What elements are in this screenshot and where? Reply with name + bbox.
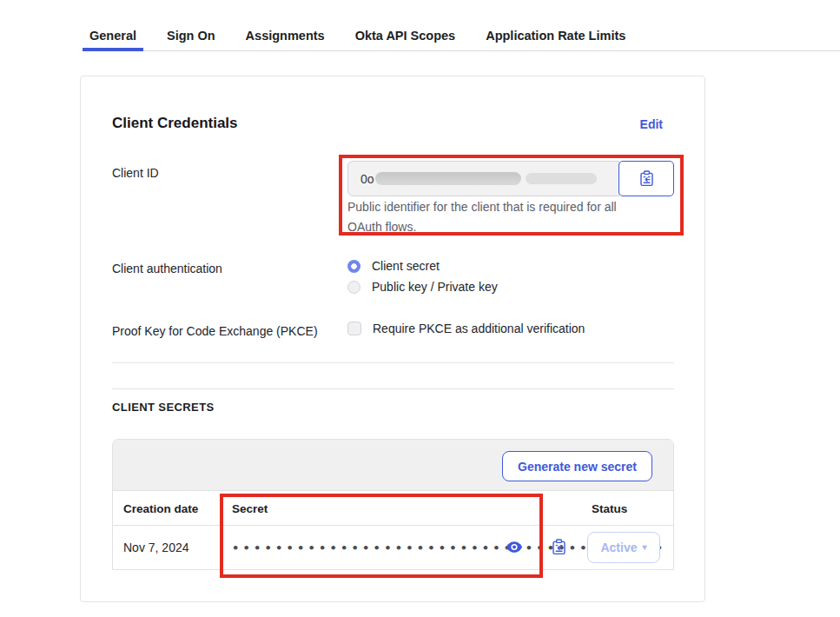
- status-dropdown-button[interactable]: Active ▾: [587, 532, 660, 563]
- clipboard-copy-icon: [639, 170, 654, 187]
- client-id-label: Client ID: [112, 166, 159, 180]
- caret-down-icon: ▾: [643, 543, 647, 552]
- tab-okta-api-scopes[interactable]: Okta API Scopes: [348, 23, 463, 51]
- creation-date-cell: Nov 7, 2024: [123, 526, 189, 569]
- status-badge: Active: [600, 541, 637, 554]
- client-id-value-field: 0o: [347, 161, 619, 196]
- radio-selected-icon[interactable]: [347, 260, 360, 273]
- edit-link[interactable]: Edit: [640, 117, 663, 131]
- generate-new-secret-button[interactable]: Generate new secret: [502, 451, 652, 481]
- client-secrets-heading: CLIENT SECRETS: [112, 401, 215, 414]
- client-id-value-prefix: 0o: [360, 172, 374, 186]
- copy-secret-button[interactable]: [552, 539, 569, 556]
- column-header-creation-date: Creation date: [123, 491, 198, 526]
- radio-unselected-icon[interactable]: [347, 281, 360, 294]
- pkce-checkbox[interactable]: [347, 322, 361, 335]
- divider: [112, 362, 674, 363]
- client-authentication-options: Client secret Public key / Private key: [347, 259, 498, 294]
- radio-public-private-key-label: Public key / Private key: [372, 280, 498, 294]
- redaction-smudge-light: [526, 173, 597, 184]
- column-header-status: Status: [592, 491, 627, 526]
- pkce-checkbox-label: Require PKCE as additional verification: [373, 322, 585, 335]
- copy-client-id-button[interactable]: [618, 161, 674, 196]
- client-authentication-label: Client authentication: [112, 262, 222, 275]
- radio-client-secret-label: Client secret: [372, 259, 440, 273]
- pkce-label: Proof Key for Code Exchange (PKCE): [112, 324, 318, 338]
- radio-client-secret[interactable]: Client secret: [347, 259, 498, 273]
- card-title: Client Credentials: [112, 115, 238, 132]
- eye-icon: [506, 541, 523, 554]
- client-secrets-table: Generate new secret Creation date Secret…: [112, 439, 674, 570]
- redaction-smudge: [375, 172, 521, 185]
- client-credentials-card: Client Credentials Edit Client ID 0o: [80, 76, 705, 602]
- pkce-checkbox-row[interactable]: Require PKCE as additional verification: [347, 322, 585, 335]
- column-header-secret: Secret: [232, 491, 268, 526]
- table-toolbar: Generate new secret: [113, 440, 673, 491]
- table-header-row: Creation date Secret Status: [113, 491, 673, 526]
- tab-sign-on[interactable]: Sign On: [160, 23, 222, 51]
- tab-bar: General Sign On Assignments Okta API Sco…: [83, 23, 840, 51]
- client-id-field-group: 0o: [347, 161, 674, 196]
- client-id-help-text: Public identifier for the client that is…: [347, 197, 650, 237]
- table-row: Nov 7, 2024 ••••••••••••••••••••••••••••…: [113, 526, 673, 569]
- divider: [112, 388, 674, 389]
- clipboard-copy-icon: [552, 539, 569, 555]
- page: General Sign On Assignments Okta API Sco…: [0, 0, 840, 617]
- tab-application-rate-limits[interactable]: Application Rate Limits: [479, 23, 632, 51]
- radio-public-private-key[interactable]: Public key / Private key: [347, 280, 498, 294]
- reveal-secret-button[interactable]: [506, 541, 523, 554]
- tab-general[interactable]: General: [83, 23, 143, 51]
- tab-assignments[interactable]: Assignments: [239, 23, 332, 51]
